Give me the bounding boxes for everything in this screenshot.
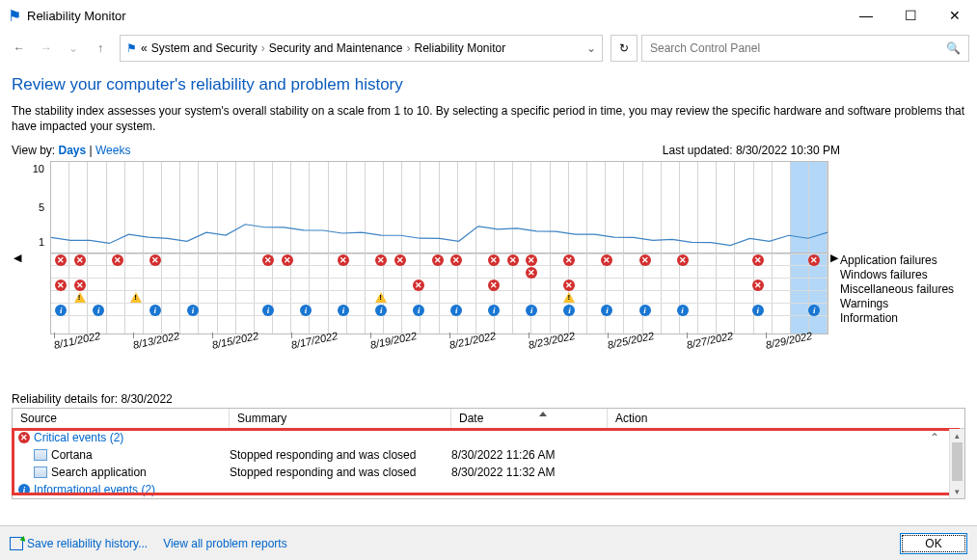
- back-button[interactable]: ←: [8, 37, 31, 60]
- breadcrumb[interactable]: System and Security: [151, 41, 258, 55]
- maximize-button[interactable]: ☐: [888, 0, 933, 31]
- info-icon[interactable]: i: [808, 304, 821, 316]
- info-icon[interactable]: i: [93, 304, 105, 316]
- error-icon[interactable]: ✕: [431, 253, 444, 266]
- info-icon[interactable]: i: [300, 304, 312, 316]
- breadcrumb[interactable]: Reliability Monitor: [414, 41, 505, 55]
- ok-button[interactable]: OK: [900, 533, 967, 554]
- chevron-right-icon: ›: [261, 41, 265, 55]
- error-icon[interactable]: ✕: [73, 279, 86, 291]
- info-icon[interactable]: i: [676, 304, 689, 316]
- search-input[interactable]: [650, 41, 946, 55]
- info-icon[interactable]: i: [563, 304, 576, 316]
- col-summary[interactable]: Summary: [230, 409, 451, 428]
- view-reports-link[interactable]: View all problem reports: [163, 537, 287, 550]
- scrollbar[interactable]: ▴ ▾: [949, 429, 964, 498]
- col-date[interactable]: Date: [451, 409, 608, 428]
- close-button[interactable]: ✕: [933, 0, 977, 31]
- forward-button[interactable]: →: [35, 37, 58, 60]
- info-icon[interactable]: i: [526, 304, 538, 316]
- error-icon[interactable]: ✕: [73, 253, 86, 266]
- view-days-link[interactable]: Days: [58, 144, 86, 157]
- error-icon[interactable]: ✕: [676, 253, 689, 266]
- info-icon[interactable]: i: [186, 304, 199, 316]
- info-icon[interactable]: i: [413, 304, 425, 316]
- group-critical[interactable]: ✕ Critical events (2) ⌃: [13, 429, 964, 446]
- info-icon[interactable]: i: [638, 304, 651, 316]
- scroll-up-icon[interactable]: ▴: [950, 429, 964, 442]
- info-icon[interactable]: i: [55, 304, 68, 316]
- error-icon[interactable]: ✕: [488, 253, 501, 266]
- legend-item: Application failures: [840, 253, 965, 268]
- info-icon[interactable]: i: [262, 304, 275, 316]
- table-header[interactable]: Source Summary Date Action: [13, 409, 964, 429]
- error-icon[interactable]: ✕: [450, 253, 463, 266]
- info-icon[interactable]: i: [601, 304, 613, 316]
- error-icon[interactable]: ✕: [413, 279, 425, 291]
- error-icon[interactable]: ✕: [808, 253, 821, 266]
- info-icon[interactable]: i: [338, 304, 350, 316]
- flag-icon: ⚑: [126, 41, 137, 55]
- info-icon[interactable]: i: [149, 304, 161, 316]
- info-icon[interactable]: i: [450, 304, 463, 316]
- error-icon[interactable]: ✕: [563, 253, 576, 266]
- page-title: Review your computer's reliability and p…: [12, 75, 965, 94]
- warning-icon[interactable]: [130, 291, 143, 304]
- error-icon[interactable]: ✕: [111, 253, 123, 266]
- minimize-button[interactable]: —: [844, 0, 888, 31]
- error-icon[interactable]: ✕: [149, 253, 161, 266]
- chart-scroll-right[interactable]: ▶: [828, 161, 840, 354]
- recent-dropdown[interactable]: ⌄: [62, 37, 85, 60]
- address-bar[interactable]: ⚑ « System and Security › Security and M…: [120, 35, 603, 62]
- view-by-label: View by:: [12, 144, 55, 157]
- warning-icon[interactable]: [563, 291, 576, 304]
- search-box[interactable]: 🔍: [641, 35, 969, 62]
- error-icon[interactable]: ✕: [281, 253, 293, 266]
- view-weeks-link[interactable]: Weeks: [95, 144, 130, 157]
- error-icon[interactable]: ✕: [262, 253, 275, 266]
- search-icon[interactable]: 🔍: [946, 41, 961, 55]
- address-dropdown[interactable]: ⌄: [586, 41, 596, 55]
- error-icon[interactable]: ✕: [338, 253, 350, 266]
- info-icon[interactable]: i: [488, 304, 501, 316]
- last-updated: Last updated: 8/30/2022 10:30 PM: [663, 144, 840, 157]
- error-icon[interactable]: ✕: [751, 279, 764, 291]
- up-button[interactable]: ↑: [89, 37, 112, 60]
- error-icon[interactable]: ✕: [394, 253, 406, 266]
- legend-item: Warnings: [840, 297, 965, 311]
- save-history-link[interactable]: Save reliability history...: [10, 537, 148, 550]
- scroll-down-icon[interactable]: ▾: [950, 485, 964, 498]
- scroll-thumb[interactable]: [952, 442, 963, 481]
- group-informational[interactable]: i Informational events (2): [13, 481, 964, 498]
- refresh-button[interactable]: ↻: [611, 35, 638, 62]
- error-icon[interactable]: ✕: [506, 253, 519, 266]
- error-icon[interactable]: ✕: [563, 279, 576, 291]
- legend-item: Miscellaneous failures: [840, 282, 965, 297]
- error-icon[interactable]: ✕: [601, 253, 613, 266]
- warning-icon[interactable]: [73, 291, 86, 304]
- page-description: The stability index assesses your system…: [12, 104, 965, 134]
- col-action[interactable]: Action: [608, 409, 964, 428]
- flag-icon: ⚑: [8, 7, 21, 25]
- table-row[interactable]: Search application Stopped responding an…: [13, 464, 964, 481]
- reliability-chart[interactable]: 10 5 1 ✕✕✕✕✕✕✕✕✕✕✕✕✕✕✕✕✕✕✕✕✕✕✕✕✕✕✕iiiiii…: [23, 161, 828, 354]
- error-icon[interactable]: ✕: [55, 279, 68, 291]
- error-icon[interactable]: ✕: [526, 253, 538, 266]
- legend-item: Information: [840, 311, 965, 326]
- error-icon[interactable]: ✕: [638, 253, 651, 266]
- app-icon: [34, 449, 47, 461]
- error-icon[interactable]: ✕: [488, 279, 501, 291]
- col-source[interactable]: Source: [13, 409, 230, 428]
- error-icon[interactable]: ✕: [375, 253, 388, 266]
- chevron-right-icon: ›: [406, 41, 410, 55]
- error-icon[interactable]: ✕: [751, 253, 764, 266]
- info-icon[interactable]: i: [751, 304, 764, 316]
- breadcrumb[interactable]: Security and Maintenance: [269, 41, 403, 55]
- error-icon[interactable]: ✕: [55, 253, 68, 266]
- table-row[interactable]: Cortana Stopped responding and was close…: [13, 446, 964, 464]
- error-icon[interactable]: ✕: [526, 266, 538, 279]
- warning-icon[interactable]: [375, 291, 388, 304]
- y-tick: 1: [39, 236, 44, 248]
- info-icon[interactable]: i: [375, 304, 388, 316]
- chart-scroll-left[interactable]: ◀: [12, 161, 23, 354]
